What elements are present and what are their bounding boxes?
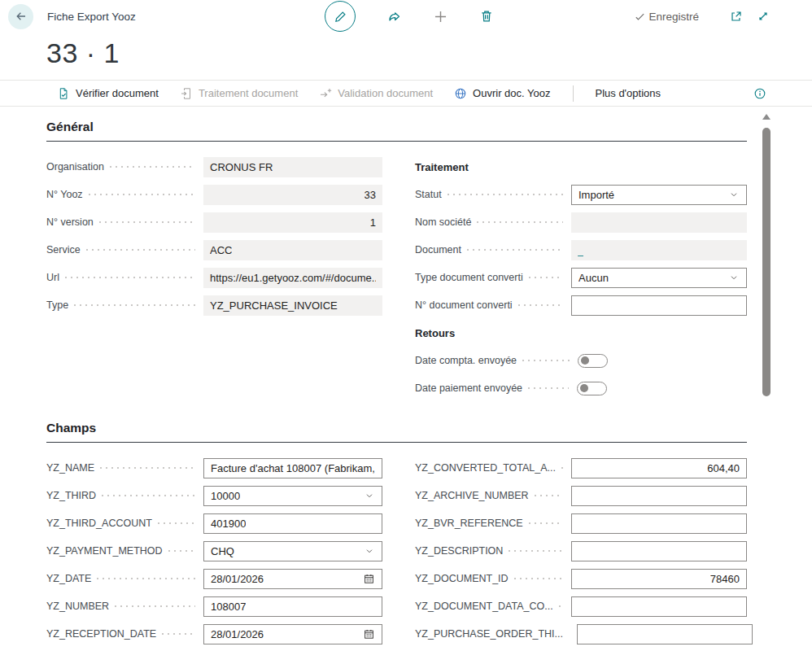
field-yz-third: YZ_THIRD 10000 bbox=[46, 482, 382, 509]
field-yz-payment-method: YZ_PAYMENT_METHOD CHQ bbox=[46, 537, 382, 565]
globe-icon bbox=[454, 87, 467, 100]
general-left-column: Organisation CRONUS FR N° Yooz 33 N° ver… bbox=[46, 153, 382, 402]
back-button[interactable] bbox=[8, 4, 33, 29]
champs-right-column: YZ_CONVERTED_TOTAL_A... 604,40 YZ_ARCHIV… bbox=[415, 454, 747, 648]
field-no-yooz: N° Yooz 33 bbox=[46, 181, 382, 208]
action-verifier-document[interactable]: Vérifier document bbox=[57, 87, 159, 100]
action-validation-document: Validation document bbox=[319, 87, 433, 100]
document-validate-icon bbox=[319, 87, 332, 100]
card-content: Général Organisation CRONUS FR N° Yooz 3… bbox=[0, 120, 812, 648]
plus-icon[interactable] bbox=[433, 9, 448, 24]
popout-icon[interactable] bbox=[730, 10, 743, 23]
vertical-scrollbar bbox=[762, 114, 771, 651]
no-version-value: 1 bbox=[203, 212, 382, 233]
edit-button[interactable] bbox=[325, 1, 356, 32]
yz-name-input[interactable]: Facture d'achat 108007 (Fabrikam, Inc bbox=[203, 458, 382, 478]
top-bar: Fiche Export Yooz Enregistré bbox=[0, 0, 812, 33]
chevron-down-icon bbox=[728, 272, 740, 283]
field-url: Url https://eu1.getyooz.com/#/docume... bbox=[46, 264, 382, 291]
command-icons bbox=[325, 0, 494, 33]
yz-converted-total-input[interactable]: 604,40 bbox=[571, 458, 747, 478]
field-type-document-converti: Type document converti Aucun bbox=[415, 264, 747, 291]
checkmark-icon bbox=[634, 11, 646, 23]
section-champs-header[interactable]: Champs bbox=[46, 421, 747, 443]
type-document-converti-select[interactable]: Aucun bbox=[571, 268, 747, 288]
yz-archive-number-input[interactable] bbox=[571, 486, 747, 506]
no-yooz-value: 33 bbox=[203, 185, 382, 205]
field-document: Document _ bbox=[415, 236, 747, 264]
yz-document-data-co-input[interactable] bbox=[571, 596, 747, 617]
document-link-field: _ bbox=[571, 240, 747, 260]
calendar-icon[interactable] bbox=[363, 628, 375, 640]
field-yz-bvr-reference: YZ_BVR_REFERENCE bbox=[415, 509, 747, 537]
field-no-document-converti: N° document converti bbox=[415, 291, 747, 319]
yz-third-select[interactable]: 10000 bbox=[203, 486, 382, 506]
traitement-subheader: Traitement bbox=[415, 153, 747, 181]
calendar-icon[interactable] bbox=[363, 573, 375, 585]
field-yz-purchase-order-thi: YZ_PURCHASE_ORDER_THI... bbox=[415, 620, 747, 648]
field-yz-reception-date: YZ_RECEPTION_DATE 28/01/2026 bbox=[46, 620, 382, 648]
page-title: 33 · 1 bbox=[46, 37, 812, 69]
field-organisation: Organisation CRONUS FR bbox=[46, 153, 382, 181]
yz-third-account-input[interactable]: 401900 bbox=[203, 513, 382, 534]
field-statut: Statut Importé bbox=[415, 181, 747, 208]
scroll-up-arrow[interactable] bbox=[762, 114, 771, 120]
field-yz-converted-total: YZ_CONVERTED_TOTAL_A... 604,40 bbox=[415, 454, 747, 482]
yz-number-input[interactable]: 108007 bbox=[203, 596, 382, 617]
retours-subheader: Retours bbox=[415, 319, 747, 347]
field-yz-name: YZ_NAME Facture d'achat 108007 (Fabrikam… bbox=[46, 454, 382, 482]
document-check-icon bbox=[57, 87, 70, 100]
document-process-icon bbox=[180, 87, 193, 100]
field-type: Type YZ_PURCHASE_INVOICE bbox=[46, 291, 382, 319]
field-yz-document-data-co: YZ_DOCUMENT_DATA_CO... bbox=[415, 592, 747, 620]
section-general-header[interactable]: Général bbox=[46, 120, 747, 142]
chevron-down-icon bbox=[728, 189, 740, 200]
nom-societe-value bbox=[571, 212, 747, 233]
general-right-column: Traitement Statut Importé Nom société Do… bbox=[415, 153, 747, 402]
field-yz-date: YZ_DATE 28/01/2026 bbox=[46, 565, 382, 592]
chevron-down-icon bbox=[364, 545, 375, 557]
chevron-down-icon bbox=[364, 490, 375, 501]
field-yz-third-account: YZ_THIRD_ACCOUNT 401900 bbox=[46, 509, 382, 537]
field-nom-societe: Nom société bbox=[415, 208, 747, 236]
expand-icon[interactable] bbox=[757, 10, 770, 23]
yz-date-input[interactable]: 28/01/2026 bbox=[203, 569, 382, 589]
scrollbar-thumb[interactable] bbox=[762, 128, 771, 396]
action-ouvrir-doc-yooz[interactable]: Ouvrir doc. Yooz bbox=[454, 87, 550, 100]
document-link[interactable]: _ bbox=[578, 244, 583, 256]
action-bar: Vérifier document Traitement document Va… bbox=[0, 80, 812, 107]
window-controls: Enregistré bbox=[634, 0, 770, 33]
pencil-icon bbox=[334, 10, 347, 24]
date-compta-envoyee-toggle[interactable] bbox=[578, 354, 608, 368]
trash-icon[interactable] bbox=[479, 9, 494, 24]
yz-bvr-reference-input[interactable] bbox=[571, 513, 747, 534]
save-status: Enregistré bbox=[634, 11, 699, 23]
field-no-version: N° version 1 bbox=[46, 208, 382, 236]
action-traitement-document: Traitement document bbox=[180, 87, 298, 100]
action-bar-divider bbox=[573, 85, 574, 102]
yz-purchase-order-thi-input[interactable] bbox=[577, 624, 753, 644]
url-value: https://eu1.getyooz.com/#/docume... bbox=[203, 268, 382, 288]
field-yz-document-id: YZ_DOCUMENT_ID 78460 bbox=[415, 565, 747, 592]
date-paiement-envoyee-toggle[interactable] bbox=[577, 382, 607, 395]
yz-reception-date-input[interactable]: 28/01/2026 bbox=[203, 624, 382, 644]
action-plus-options[interactable]: Plus d'options bbox=[595, 87, 661, 99]
service-value: ACC bbox=[203, 240, 382, 260]
page-caption: Fiche Export Yooz bbox=[47, 11, 136, 23]
champs-left-column: YZ_NAME Facture d'achat 108007 (Fabrikam… bbox=[46, 454, 382, 648]
field-yz-description: YZ_DESCRIPTION bbox=[415, 537, 747, 565]
field-date-compta-envoyee: Date compta. envoyée bbox=[415, 347, 747, 374]
field-service: Service ACC bbox=[46, 236, 382, 264]
field-yz-archive-number: YZ_ARCHIVE_NUMBER bbox=[415, 482, 747, 509]
no-document-converti-input[interactable] bbox=[571, 295, 747, 316]
share-icon[interactable] bbox=[386, 9, 402, 24]
yz-payment-method-select[interactable]: CHQ bbox=[203, 541, 382, 561]
back-arrow-icon bbox=[15, 10, 28, 23]
statut-select[interactable]: Importé bbox=[571, 185, 747, 205]
field-yz-number: YZ_NUMBER 108007 bbox=[46, 592, 382, 620]
yz-document-id-input[interactable]: 78460 bbox=[571, 569, 747, 589]
info-circle-icon[interactable] bbox=[753, 87, 766, 100]
field-date-paiement-envoyee: Date paiement envoyée bbox=[415, 374, 747, 402]
yz-description-input[interactable] bbox=[571, 541, 747, 561]
type-value: YZ_PURCHASE_INVOICE bbox=[203, 295, 382, 316]
